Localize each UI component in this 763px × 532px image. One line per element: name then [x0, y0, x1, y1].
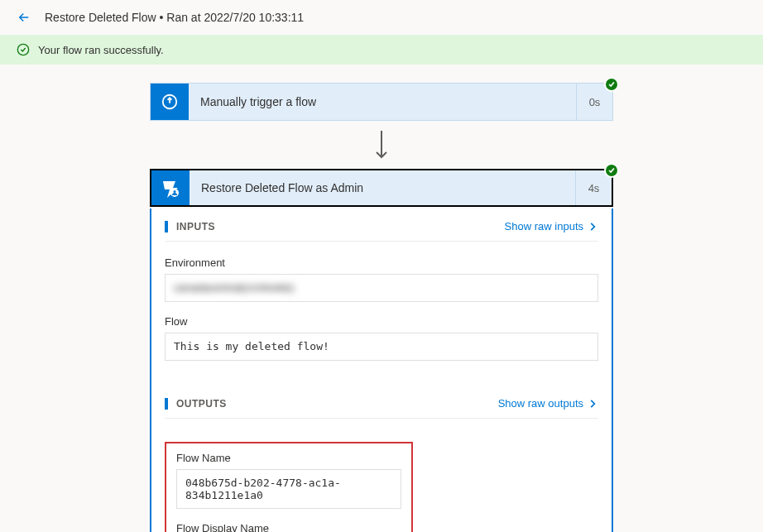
- action-label: Restore Deleted Flow as Admin: [190, 170, 575, 205]
- svg-point-0: [17, 44, 28, 55]
- back-arrow-icon[interactable]: [17, 10, 31, 25]
- show-raw-inputs-link[interactable]: Show raw inputs: [505, 220, 598, 232]
- input-flow-value: This is my deleted flow!: [165, 333, 598, 361]
- output-flow-name-value: 048b675d-b202-4778-ac1a-834b1211e1a0: [176, 469, 401, 509]
- input-flow-label: Flow: [165, 315, 598, 328]
- svg-point-3: [174, 190, 176, 193]
- action-success-badge-icon: [604, 163, 619, 178]
- input-flow-field: Flow This is my deleted flow!: [165, 315, 598, 361]
- outputs-title: OUTPUTS: [165, 398, 227, 410]
- trigger-label: Manually trigger a flow: [189, 84, 576, 120]
- show-raw-inputs-label: Show raw inputs: [505, 220, 583, 232]
- page-header: Restore Deleted Flow • Ran at 2022/7/20 …: [0, 0, 763, 35]
- page-title: Restore Deleted Flow • Ran at 2022/7/20 …: [45, 11, 304, 24]
- action-icon: [151, 170, 190, 205]
- outputs-section-header: OUTPUTS Show raw outputs: [165, 397, 598, 419]
- chevron-right-icon: [587, 221, 598, 232]
- input-environment-label: Environment: [165, 256, 598, 269]
- inputs-section-header: INPUTS Show raw inputs: [165, 220, 598, 242]
- flow-arrow-icon: [373, 122, 390, 169]
- success-banner: Your flow ran successfully.: [0, 35, 763, 65]
- trigger-icon: [151, 84, 189, 120]
- trigger-success-badge-icon: [604, 77, 619, 92]
- outputs-highlight-box: Flow Name 048b675d-b202-4778-ac1a-834b12…: [165, 442, 413, 532]
- show-raw-outputs-label: Show raw outputs: [498, 397, 583, 410]
- output-flow-name-field: Flow Name 048b675d-b202-4778-ac1a-834b12…: [176, 452, 401, 509]
- success-message: Your flow ran successfully.: [38, 44, 164, 56]
- flow-canvas: Manually trigger a flow 0s Restore Delet…: [0, 65, 763, 532]
- action-details-panel: INPUTS Show raw inputs Environment canad…: [150, 208, 613, 532]
- output-flow-display-name-label: Flow Display Name: [176, 522, 401, 532]
- trigger-card[interactable]: Manually trigger a flow 0s: [150, 83, 613, 121]
- output-flow-display-name-field: Flow Display Name This is my deleted flo…: [176, 522, 401, 532]
- input-environment-field: Environment canadacentral(crmlivetie): [165, 256, 598, 302]
- output-flow-name-label: Flow Name: [176, 452, 401, 464]
- show-raw-outputs-link[interactable]: Show raw outputs: [498, 397, 598, 410]
- action-card[interactable]: Restore Deleted Flow as Admin 4s: [150, 169, 613, 207]
- chevron-right-icon: [587, 398, 598, 410]
- inputs-title: INPUTS: [165, 221, 215, 232]
- input-environment-value: canadacentral(crmlivetie): [165, 274, 598, 302]
- success-check-icon: [17, 43, 30, 56]
